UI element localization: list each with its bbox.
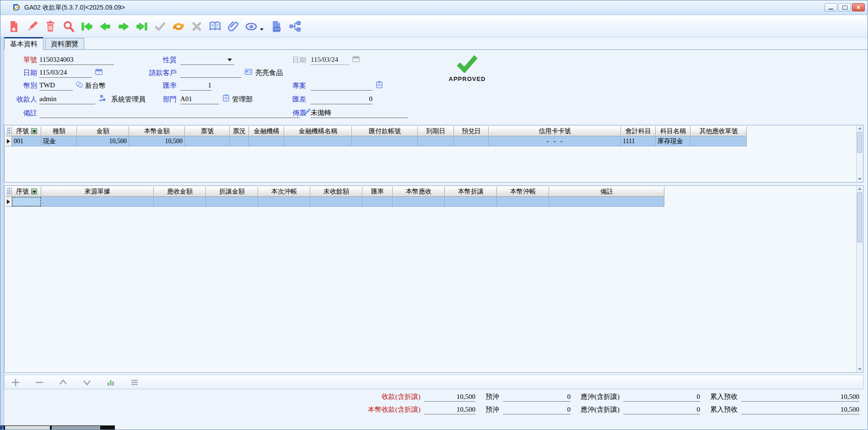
scroll-up-icon[interactable] [858,127,862,129]
grid2-cell[interactable] [310,197,362,207]
grid2-cell[interactable] [497,197,549,207]
grid1-cell[interactable] [185,136,230,146]
grid1-column-header[interactable]: 種類 [41,126,77,136]
grid1-column-header[interactable]: 票況 [230,126,249,136]
grid1-cell[interactable] [454,136,489,146]
rate-field[interactable]: 1 [180,81,211,91]
grid1-column-header[interactable]: 金額 [77,126,129,136]
grid1-cell[interactable]: 1111 [621,136,656,146]
grid2-column-header[interactable]: 應收金額 [154,187,206,197]
maximize-button[interactable] [838,3,851,11]
add-row-button[interactable] [10,377,21,388]
nature-dropdown-caret-icon[interactable] [227,59,232,61]
grid2-cell[interactable] [154,197,206,207]
browse-button[interactable] [207,19,223,34]
grid2-column-header[interactable]: 折讓金額 [206,187,258,197]
grid2-scroll-thumb[interactable] [857,192,862,242]
nature-select[interactable] [180,55,234,65]
grid1-column-header[interactable]: 其他應收單號 [690,126,747,136]
grid2-column-header[interactable]: 來源單據 [41,187,154,197]
grid1-scrollbar[interactable] [856,125,863,182]
menu-button[interactable] [129,377,140,388]
minimize-button[interactable] [825,3,837,11]
preview-button[interactable] [244,19,264,34]
first-record-button[interactable] [79,19,95,34]
coins-icon[interactable]: c [75,81,84,89]
grid1-scroll-thumb[interactable] [857,132,862,153]
doc-no-field[interactable]: 1150324003 [39,55,114,65]
dept-field[interactable]: A01 [180,95,219,104]
grid1-cell[interactable] [418,136,454,146]
new-record-button[interactable] [6,19,22,34]
grid1-cell[interactable]: 現金 [41,136,77,146]
grid2-column-header[interactable]: 本幣應收 [393,187,445,197]
grid2-cell[interactable] [206,197,258,207]
grid1-cell[interactable]: 庫存現金 [656,136,690,146]
grid1-column-header[interactable]: 序號 [12,126,41,136]
grid1-column-header[interactable]: 信用卡卡號 [489,126,621,136]
grid1-cell[interactable]: 001 [12,136,41,146]
cancel-button[interactable] [189,19,205,34]
grid2-cell[interactable] [258,197,310,207]
grid2-cell[interactable] [393,197,445,207]
preview-dropdown-caret-icon[interactable] [260,28,264,31]
export-xls-button[interactable]: XLS [269,19,284,34]
grid1-column-header[interactable]: 票號 [185,126,230,136]
grid1-cell[interactable]: 10,500 [77,136,129,146]
grid2-cell[interactable] [41,197,154,207]
grid2-column-header[interactable]: 備註 [549,187,664,197]
scroll-down-icon[interactable] [858,178,862,180]
grid1-column-header[interactable]: 本幣金額 [129,126,185,136]
payee-field[interactable]: admin [39,95,95,104]
tab-data-browse[interactable]: 資料瀏覽 [45,38,84,50]
grid2-column-header[interactable]: 未收餘額 [310,187,362,197]
next-record-button[interactable] [116,19,131,34]
grid2-cell[interactable] [445,197,497,207]
grid1-cell[interactable]: - - - [489,136,621,146]
grid2-cell[interactable] [12,197,41,207]
project-field[interactable] [311,81,372,91]
grid1-column-header[interactable]: 金融機構 [249,126,284,136]
tab-basic-data[interactable]: 基本資料 [4,37,43,50]
flow-button[interactable] [287,19,302,34]
grid1-cell[interactable] [249,136,284,146]
grid2-column-header[interactable]: 本幣沖帳 [497,187,549,197]
move-down-button[interactable] [81,377,92,388]
grid1-column-header[interactable]: 會計科目 [621,126,656,136]
grid1-cell[interactable] [230,136,249,146]
delete-button[interactable] [43,19,58,34]
refresh-button[interactable] [171,19,186,34]
calendar-icon[interactable]: 7 [95,68,103,76]
grid1-column-header[interactable]: 匯付款帳號 [352,126,418,136]
close-button[interactable]: ✕ [852,3,865,11]
sort-arrow-icon[interactable] [31,128,37,134]
customer-field[interactable] [180,68,242,78]
grid2-cell[interactable] [549,197,664,207]
grid1-column-header[interactable]: 金融機構名稱 [284,126,352,136]
summary-button[interactable] [105,377,116,388]
search-button[interactable] [61,19,76,34]
person-icon[interactable] [98,94,106,102]
grid1-cell[interactable] [352,136,418,146]
scroll-up-icon[interactable] [858,188,862,190]
clipboard-icon-project[interactable] [375,81,383,89]
grid2-cell[interactable] [362,197,393,207]
date-field[interactable]: 115/03/24 [39,68,92,78]
grid2-column-header[interactable]: 本次沖帳 [258,187,310,197]
id-card-icon[interactable] [244,68,253,76]
previous-record-button[interactable] [97,19,113,34]
grid2-column-header[interactable]: 本幣折讓 [445,187,497,197]
sort-arrow-icon[interactable] [31,188,37,194]
scroll-down-icon[interactable] [858,368,862,371]
grid2-column-header[interactable]: 序號 [12,187,41,197]
grid1-cell[interactable]: 10,500 [129,136,185,146]
confirm-button[interactable] [152,19,168,34]
memo-field[interactable] [39,108,300,118]
grid1-column-header[interactable]: 到期日 [418,126,454,136]
grid1-column-header[interactable]: 預兌日 [454,126,489,136]
grid1-column-header[interactable]: 科目名稱 [656,126,690,136]
currency-field[interactable]: TWD [39,81,73,91]
clipboard-icon-dept[interactable] [222,94,230,102]
attachment-button[interactable] [226,19,241,34]
last-record-button[interactable] [134,19,150,34]
